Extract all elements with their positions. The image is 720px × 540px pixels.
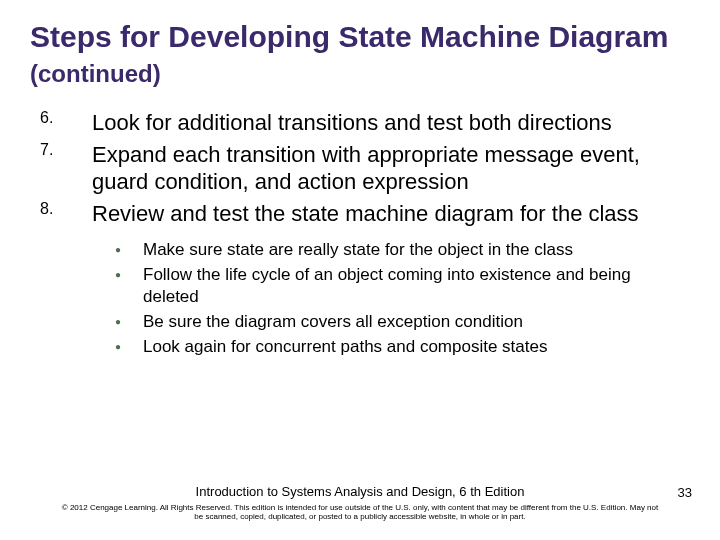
list-item: 8. Review and test the state machine dia… xyxy=(40,200,690,228)
footer-copyright: © 2012 Cengage Learning. All Rights Rese… xyxy=(0,503,720,522)
bullet-icon: ● xyxy=(115,336,143,357)
bullet-icon: ● xyxy=(115,264,143,307)
list-item: 7. Expand each transition with appropria… xyxy=(40,141,690,196)
numbered-list: 6. Look for additional transitions and t… xyxy=(40,109,690,227)
bullet-text: Make sure state are really state for the… xyxy=(143,239,573,260)
slide-title: Steps for Developing State Machine Diagr… xyxy=(30,20,690,89)
footer: Introduction to Systems Analysis and Des… xyxy=(0,484,720,522)
bullet-icon: ● xyxy=(115,311,143,332)
list-item: ● Be sure the diagram covers all excepti… xyxy=(115,311,690,332)
title-main: Steps for Developing State Machine Diagr… xyxy=(30,20,668,53)
title-continued: (continued) xyxy=(30,60,161,87)
list-item: ● Make sure state are really state for t… xyxy=(115,239,690,260)
bullet-list: ● Make sure state are really state for t… xyxy=(115,239,690,357)
list-item: 6. Look for additional transitions and t… xyxy=(40,109,690,137)
item-number: 7. xyxy=(40,141,92,196)
item-number: 8. xyxy=(40,200,92,228)
bullet-text: Look again for concurrent paths and comp… xyxy=(143,336,547,357)
item-text: Review and test the state machine diagra… xyxy=(92,200,639,228)
item-number: 6. xyxy=(40,109,92,137)
bullet-text: Be sure the diagram covers all exception… xyxy=(143,311,523,332)
item-text: Look for additional transitions and test… xyxy=(92,109,612,137)
bullet-text: Follow the life cycle of an object comin… xyxy=(143,264,690,307)
list-item: ● Follow the life cycle of an object com… xyxy=(115,264,690,307)
list-item: ● Look again for concurrent paths and co… xyxy=(115,336,690,357)
footer-book-title: Introduction to Systems Analysis and Des… xyxy=(0,484,720,499)
item-text: Expand each transition with appropriate … xyxy=(92,141,690,196)
bullet-icon: ● xyxy=(115,239,143,260)
